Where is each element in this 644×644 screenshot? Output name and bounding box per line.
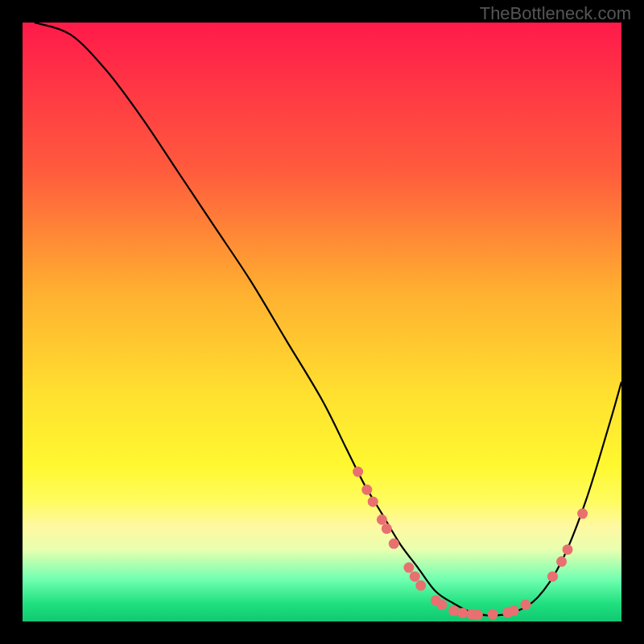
marker-point [556,556,567,567]
chart-plot-area [23,23,621,621]
curve-line [35,23,621,616]
marker-point [473,609,483,620]
marker-point [415,580,426,591]
marker-point [382,523,392,534]
watermark-text: TheBottleneck.com [480,3,631,24]
marker-point [377,514,387,525]
chart-svg [23,23,621,621]
marker-point [563,544,573,555]
marker-point [410,572,420,582]
marker-point [520,600,530,610]
marker-point [577,509,588,519]
marker-point [448,605,459,616]
marker-point [547,572,558,582]
marker-point [457,608,468,618]
marker-point [353,467,363,477]
marker-point [509,605,519,616]
marker-point [403,563,414,573]
marker-point [389,539,399,549]
marker-point [368,497,378,507]
markers-group [353,467,588,621]
marker-point [361,485,372,495]
marker-point [436,600,447,610]
marker-point [488,609,498,620]
